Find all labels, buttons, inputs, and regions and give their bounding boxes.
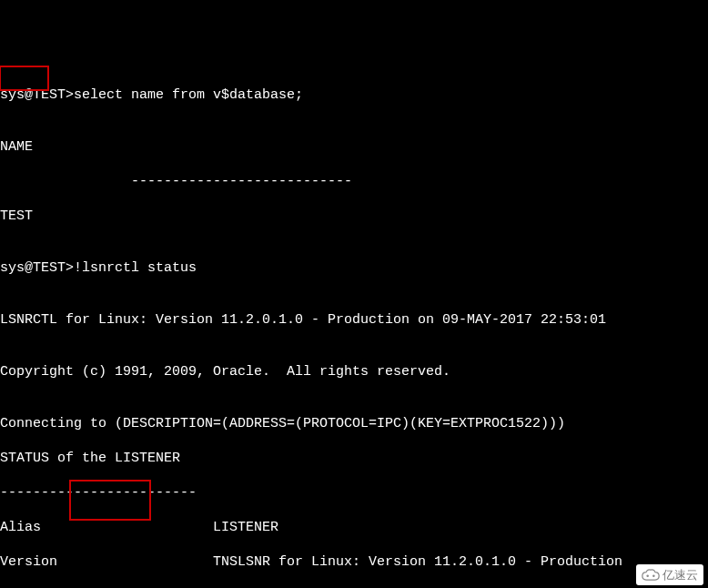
watermark-text: 亿速云 <box>662 566 698 583</box>
column-header: NAME <box>0 138 708 156</box>
cloud-icon <box>642 569 660 582</box>
svg-point-0 <box>646 574 649 577</box>
separator-line: --------------------------- <box>0 173 708 190</box>
status-header: STATUS of the LISTENER <box>0 450 708 467</box>
terminal-output: sys@TEST>select name from v$database; NA… <box>0 69 708 588</box>
result-value: TEST <box>0 208 708 225</box>
prompt-line: sys@TEST>select name from v$database; <box>0 86 708 104</box>
copyright-line: Copyright (c) 1991, 2009, Oracle. All ri… <box>0 363 708 380</box>
connecting-line: Connecting to (DESCRIPTION=(ADDRESS=(PRO… <box>0 415 708 432</box>
lsnrctl-banner: LSNRCTL for Linux: Version 11.2.0.1.0 - … <box>0 311 708 329</box>
separator-line: ------------------------ <box>0 484 708 502</box>
prompt-line: sys@TEST>!lsnrctl status <box>0 259 708 277</box>
watermark-badge: 亿速云 <box>636 564 703 585</box>
alias-line: Alias LISTENER <box>0 519 708 536</box>
version-line: Version TNSLSNR for Linux: Version 11.2.… <box>0 553 708 571</box>
svg-point-1 <box>652 574 655 577</box>
